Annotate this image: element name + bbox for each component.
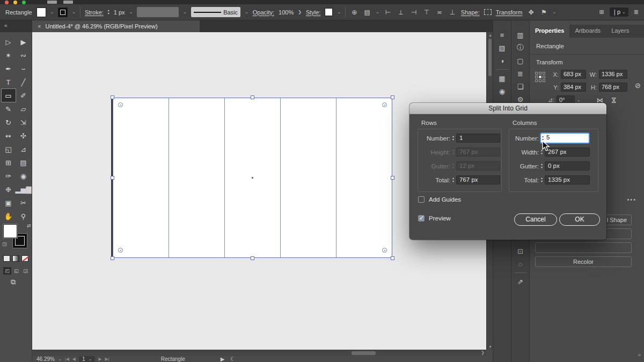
first-artboard-icon[interactable]: |◀ [65, 357, 69, 361]
rows-number-stepper[interactable]: ▴▾ [452, 135, 454, 141]
artboard-tool[interactable]: ▣ [2, 196, 16, 209]
horizontal-scrollbar[interactable]: ❯ [32, 350, 486, 356]
selection-handle-middle-left[interactable] [111, 176, 114, 180]
corner-widget-bottom-left[interactable] [118, 248, 123, 253]
workspace-switcher-button[interactable]: ❘p⌄ [610, 8, 628, 17]
lasso-tool[interactable]: ∾ [17, 49, 31, 62]
libraries-panel-icon[interactable]: ⊡ [514, 246, 527, 256]
preferences-flag-icon[interactable]: ⚑ [539, 9, 548, 16]
eyedropper-tool[interactable]: ✑ [2, 169, 16, 182]
opacity-popup-arrow[interactable]: ❯ [298, 10, 302, 14]
type-tool[interactable]: T [2, 76, 16, 88]
gradient-tool[interactable]: ▤ [17, 156, 31, 169]
transform-link[interactable]: Transform [496, 9, 523, 16]
horizontal-scroll-thumb[interactable] [352, 351, 376, 355]
chevron-down-icon[interactable]: ⌄ [72, 10, 76, 14]
tab-artboards[interactable]: Artboards [569, 25, 606, 38]
columns-gutter-input[interactable]: 0 px [545, 161, 590, 171]
panel-menu-icon[interactable]: ≡ [496, 29, 509, 40]
pathfinder-panel-icon[interactable]: ❏ [514, 81, 527, 92]
selection-tool[interactable]: ▷ [2, 35, 16, 48]
last-artboard-icon[interactable]: ▶| [105, 357, 109, 361]
zoom-dropdown-icon[interactable]: ⌄ [58, 357, 62, 361]
columns-gutter-stepper[interactable]: ▴▾ [541, 163, 543, 169]
ok-button[interactable]: OK [559, 213, 600, 226]
align-middle-icon[interactable]: ≍ [435, 9, 444, 16]
transform-panel-icon[interactable]: ▢ [514, 55, 527, 66]
height-input[interactable]: 768 px [599, 83, 627, 92]
cancel-button[interactable]: Cancel [514, 213, 557, 226]
draw-behind-button[interactable]: ◱ [12, 267, 20, 275]
tab-layers[interactable]: Layers [606, 25, 634, 38]
stroke-color-swatch[interactable] [58, 8, 68, 17]
selection-handle-top-left[interactable] [111, 95, 114, 99]
status-back-icon[interactable]: ❮ [230, 356, 233, 362]
export-panel-icon[interactable]: ⇗ [514, 276, 527, 287]
dock-grip[interactable]: ······ [511, 20, 529, 25]
previous-artboard-icon[interactable]: ◀ [72, 357, 76, 361]
stroke-weight-stepper[interactable]: ▴▾ [108, 9, 109, 15]
gradient-panel-icon[interactable]: ▧ [496, 42, 509, 53]
flip-vertical-icon[interactable]: ⋈ [610, 97, 618, 104]
minimize-window-button[interactable] [13, 1, 17, 4]
zoom-level-value[interactable]: 46.29% [36, 356, 55, 362]
rectangle-tool[interactable]: ▭ [2, 89, 16, 102]
selection-handle-top-center[interactable] [251, 95, 254, 99]
shape-link[interactable]: Shape: [461, 9, 480, 16]
chevron-down-icon[interactable]: ⌄ [577, 98, 581, 102]
draw-normal-button[interactable]: ◰ [3, 267, 11, 275]
symbol-sprayer-tool[interactable]: ❉ [2, 183, 16, 196]
menu-list-icon[interactable]: ≣ [634, 9, 639, 16]
magic-wand-tool[interactable]: ✶ [2, 49, 16, 62]
free-transform-icon[interactable]: ✥ [526, 9, 535, 16]
align-right-icon[interactable]: ⊣ [409, 9, 418, 16]
align-top-icon[interactable]: ⊤ [422, 9, 431, 16]
width-input[interactable]: 1336 px [599, 70, 627, 79]
dock-grip[interactable]: ······ [493, 20, 511, 25]
variable-width-profile-dropdown[interactable] [137, 7, 179, 17]
close-tab-icon[interactable]: × [38, 23, 41, 29]
chevron-down-icon[interactable]: ⌄ [129, 10, 133, 14]
corner-widget-bottom-right[interactable] [382, 248, 387, 253]
scroll-up-arrow[interactable]: ▲ [488, 33, 492, 37]
scale-tool[interactable]: ⇲ [17, 116, 31, 129]
column-graph-tool[interactable]: ▂▅▇ [17, 183, 31, 196]
chevron-down-icon[interactable]: ⌄ [245, 10, 248, 14]
color-button[interactable] [3, 255, 10, 262]
status-play-icon[interactable]: ▶ [221, 356, 225, 362]
slice-tool[interactable]: ✂ [17, 196, 31, 209]
selection-handle-bottom-center[interactable] [251, 256, 254, 260]
chevron-down-icon[interactable]: ⌄ [50, 10, 54, 14]
symbols-panel-icon[interactable]: ◌ [514, 258, 527, 269]
columns-total-input[interactable]: 1335 px [545, 175, 590, 184]
none-button[interactable] [21, 255, 28, 262]
grid-column[interactable] [336, 98, 392, 257]
application-grid-icon[interactable]: ⊞ [599, 9, 604, 16]
fill-color-swatch[interactable] [36, 8, 46, 17]
graphic-style-swatch[interactable] [325, 8, 333, 16]
default-fill-stroke-icon[interactable]: ◳ [2, 241, 7, 247]
blend-tool[interactable]: ◉ [17, 169, 31, 182]
line-segment-tool[interactable]: ╱ [17, 76, 31, 88]
reference-point-selector[interactable] [535, 72, 546, 83]
align-left-icon[interactable]: ⊢ [384, 9, 392, 16]
brush-definition-dropdown[interactable]: Basic [191, 7, 240, 17]
expand-dock-icon[interactable]: » [638, 352, 641, 358]
opacity-value[interactable]: 100% [279, 9, 294, 16]
quick-action-button[interactable] [535, 242, 632, 253]
columns-total-stepper[interactable]: ▴▾ [541, 177, 543, 183]
grid-column[interactable] [169, 98, 225, 257]
gradient-button[interactable] [12, 255, 19, 262]
rows-total-input[interactable]: 767 px [456, 175, 500, 184]
chevron-down-icon[interactable]: ⌄ [552, 10, 556, 14]
chevron-down-icon[interactable]: ⌄ [376, 10, 379, 14]
perspective-grid-tool[interactable]: ⊿ [17, 143, 31, 156]
hand-tool[interactable]: ✋ [2, 210, 16, 223]
align-center-icon[interactable]: ⟂ [397, 9, 405, 16]
transparency-panel-icon[interactable]: ◑ [496, 55, 509, 66]
swap-fill-stroke-icon[interactable]: ⇄ [27, 223, 31, 228]
shape-widget-icon[interactable] [484, 9, 492, 15]
selection-center-point[interactable] [251, 176, 254, 179]
document-tab[interactable]: × Untitled-4* @ 46.29% (RGB/Pixel Previe… [32, 20, 200, 32]
vertical-scroll-thumb[interactable] [488, 39, 492, 76]
